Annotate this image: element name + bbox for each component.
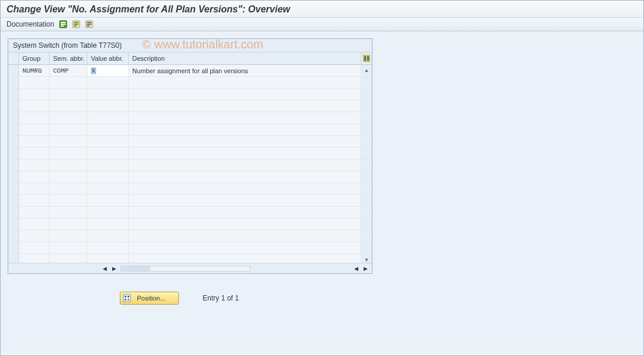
table-title: System Switch (from Table T77S0): [8, 39, 372, 53]
svg-rect-12: [363, 55, 370, 62]
position-button-label: Position...: [137, 295, 165, 302]
scroll-left-end-icon[interactable]: ◀: [352, 265, 360, 272]
col-value-abbr[interactable]: Value abbr.: [87, 53, 129, 64]
scroll-left-icon[interactable]: ◀: [100, 265, 109, 272]
table-row[interactable]: NUMRG COMP X Number assignment for all p…: [8, 65, 372, 77]
cell-value[interactable]: X: [87, 65, 129, 76]
svg-rect-2: [61, 24, 66, 25]
table-header-row: Group Sem. abbr. Value abbr. Description: [8, 53, 372, 65]
svg-rect-13: [364, 56, 366, 61]
svg-rect-11: [87, 25, 90, 27]
entry-status: Entry 1 of 1: [202, 294, 238, 302]
svg-rect-5: [74, 22, 79, 23]
svg-rect-19: [128, 296, 129, 298]
svg-rect-20: [125, 299, 126, 301]
position-button[interactable]: Position...: [120, 292, 179, 305]
toolbar: Documentation © www.tutorialkart.com: [1, 17, 643, 31]
scroll-right-end-icon[interactable]: ▶: [361, 265, 370, 272]
scrollbar-thumb[interactable]: [121, 266, 151, 271]
cell-sem: COMP: [50, 65, 87, 76]
col-group[interactable]: Group: [19, 53, 50, 64]
svg-rect-14: [367, 56, 369, 61]
scrollbar-track[interactable]: [120, 266, 250, 272]
horizontal-scrollbar[interactable]: ◀ ▶ ◀ ▶: [8, 263, 372, 273]
scroll-right-inner-icon[interactable]: ▶: [110, 265, 118, 272]
svg-rect-17: [123, 295, 130, 302]
svg-rect-7: [74, 25, 77, 27]
col-description[interactable]: Description: [129, 53, 361, 64]
svg-marker-15: [365, 69, 368, 72]
row-selector-header: [8, 53, 19, 64]
svg-rect-10: [87, 24, 91, 25]
table-container: System Switch (from Table T77S0) Group S…: [8, 38, 372, 274]
svg-rect-18: [125, 296, 126, 298]
row-selector[interactable]: [8, 65, 19, 76]
svg-marker-16: [365, 259, 368, 262]
svg-rect-9: [87, 22, 91, 23]
svg-rect-6: [74, 24, 79, 25]
scroll-up-icon[interactable]: [361, 65, 372, 76]
position-icon: [123, 294, 131, 302]
documentation-link[interactable]: Documentation: [6, 20, 54, 28]
page-title: Change View "No. Assignment for All Plan…: [1, 1, 643, 17]
svg-rect-1: [61, 22, 66, 23]
cell-desc: Number assignment for all plan versions: [129, 65, 361, 76]
configure-columns-icon[interactable]: [361, 53, 372, 64]
toolbar-icon-3[interactable]: [85, 20, 93, 28]
cell-group: NUMRG: [19, 65, 50, 76]
toolbar-icon-1[interactable]: [59, 20, 67, 28]
col-sem-abbr[interactable]: Sem. abbr.: [50, 53, 87, 64]
svg-rect-21: [128, 299, 129, 301]
svg-rect-3: [61, 25, 64, 27]
toolbar-icon-2[interactable]: [72, 20, 80, 28]
scroll-down-icon[interactable]: [361, 254, 372, 263]
content-area: System Switch (from Table T77S0) Group S…: [1, 31, 643, 352]
table-body: NUMRG COMP X Number assignment for all p…: [8, 65, 372, 263]
